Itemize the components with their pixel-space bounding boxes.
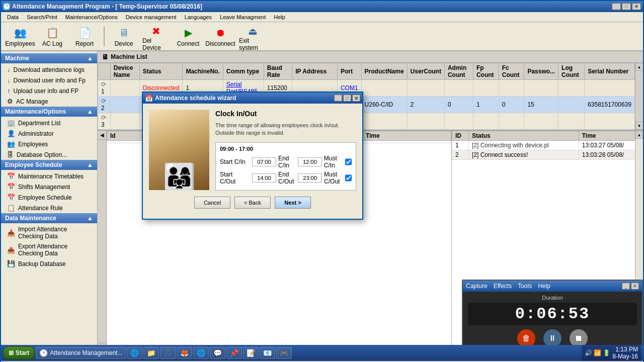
dialog-title-icon: 📅 xyxy=(145,95,153,102)
end-cin-input[interactable] xyxy=(298,157,322,166)
end-cout-label: End C/Out xyxy=(278,171,296,185)
dialog-people-image: 👨‍👩‍👧 xyxy=(163,164,196,190)
dialog-maximize-btn[interactable]: □ xyxy=(343,95,351,102)
dialog-section-title: Clock In/Out xyxy=(215,110,356,118)
time-row-cout: Start C/Out End C/Out Must C/Out xyxy=(220,171,352,185)
must-cout-label: Must C/Out xyxy=(324,171,343,185)
attendance-wizard-dialog: 📅 Attendance schedule wizard _ □ ✕ 👨 xyxy=(142,92,363,220)
dialog-title: Attendance schedule wizard xyxy=(155,95,236,102)
time-range-box: 09:00 - 17:00 Start C/In End C/In Must C… xyxy=(215,142,356,191)
dialog-overlay: 📅 Attendance schedule wizard _ □ ✕ 👨 xyxy=(1,1,643,361)
dialog-top: 👨‍👩‍👧 Clock In/Out The time range of all… xyxy=(149,110,356,191)
dialog-minimize-btn[interactable]: _ xyxy=(334,95,342,102)
start-cout-input[interactable] xyxy=(252,173,276,183)
dialog-buttons: Cancel < Back Next > xyxy=(149,197,356,213)
dialog-body: 👨‍👩‍👧 Clock In/Out The time range of all… xyxy=(143,104,362,219)
must-cout-checkbox[interactable] xyxy=(345,174,352,182)
back-button[interactable]: < Back xyxy=(234,197,271,209)
dialog-close-btn[interactable]: ✕ xyxy=(352,95,360,102)
dialog-title-bar: 📅 Attendance schedule wizard _ □ ✕ xyxy=(143,93,362,104)
must-cin-checkbox[interactable] xyxy=(345,158,352,165)
must-cin-label: Must C/In xyxy=(324,155,343,169)
time-range-display: 09:00 - 17:00 xyxy=(220,146,352,152)
dialog-title-left: 📅 Attendance schedule wizard xyxy=(145,95,236,102)
time-row-cin: Start C/In End C/In Must C/In xyxy=(220,155,352,169)
main-window: 🕐 Attendance Management Program - [ Temp… xyxy=(0,0,644,362)
dialog-description: The time range of allowing employees clo… xyxy=(215,122,356,137)
end-cin-label: End C/In xyxy=(278,155,296,169)
start-cin-input[interactable] xyxy=(252,157,276,166)
dialog-content-area: Clock In/Out The time range of allowing … xyxy=(215,110,356,191)
end-cout-input[interactable] xyxy=(298,173,322,183)
dialog-image: 👨‍👩‍👧 xyxy=(149,110,209,190)
start-cin-label: Start C/In xyxy=(220,158,250,165)
cancel-button[interactable]: Cancel xyxy=(194,197,230,209)
dialog-image-bg: 👨‍👩‍👧 xyxy=(149,110,209,190)
dialog-title-btns: _ □ ✕ xyxy=(334,95,360,102)
next-button[interactable]: Next > xyxy=(275,197,311,209)
start-cout-label: Start C/Out xyxy=(220,171,250,185)
